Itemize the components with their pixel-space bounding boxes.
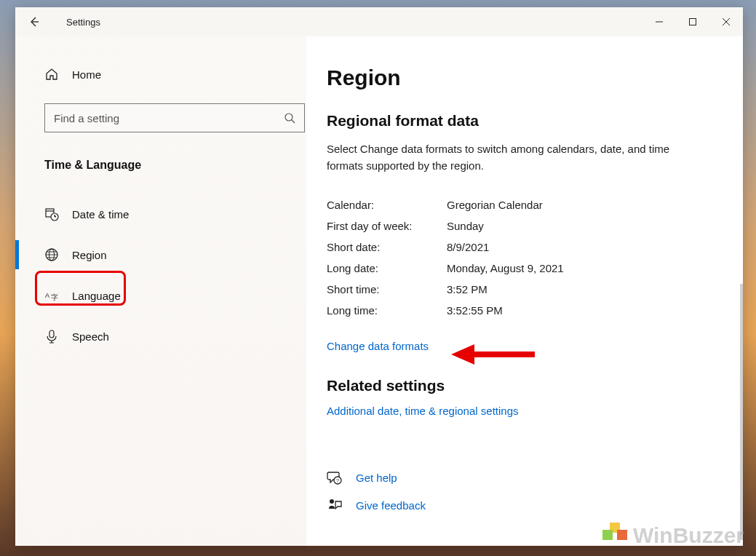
sidebar-item-label: Region — [72, 249, 107, 261]
home-button[interactable]: Home — [15, 58, 306, 90]
titlebar: Settings — [15, 7, 743, 36]
content-area: Region Regional format data Select Chang… — [306, 36, 743, 546]
help-chat-icon: ? — [327, 469, 343, 485]
section-title-related: Related settings — [327, 377, 743, 394]
window-controls — [642, 7, 743, 36]
feedback-icon — [327, 497, 343, 513]
row-label: Long date: — [327, 262, 447, 274]
additional-settings-link[interactable]: Additional date, time & regional setting… — [327, 405, 519, 417]
get-help-link[interactable]: ? Get help — [327, 469, 743, 485]
row-value: 3:52:55 PM — [447, 304, 503, 317]
row-short-date: Short date: 8/9/2021 — [327, 237, 743, 258]
sidebar-item-region[interactable]: Region — [15, 234, 306, 275]
sidebar-item-label: Speech — [72, 330, 109, 343]
section-title-format-data: Regional format data — [327, 112, 743, 130]
row-label: First day of week: — [327, 220, 447, 232]
svg-point-1 — [285, 114, 293, 121]
svg-point-11 — [330, 499, 334, 504]
maximize-button[interactable] — [676, 7, 709, 36]
change-data-formats-link[interactable]: Change data formats — [327, 340, 429, 352]
watermark: WinBuzzer — [602, 523, 744, 549]
back-button[interactable] — [20, 7, 49, 36]
row-long-date: Long date: Monday, August 9, 2021 — [327, 258, 743, 279]
sidebar: Home Time & Language Date & time Region … — [15, 36, 306, 546]
home-icon — [44, 67, 59, 82]
row-value: Monday, August 9, 2021 — [447, 262, 564, 274]
body-area: Home Time & Language Date & time Region … — [15, 36, 743, 546]
watermark-logo-icon — [602, 523, 629, 549]
sidebar-item-date-time[interactable]: Date & time — [15, 194, 306, 234]
row-value: 8/9/2021 — [447, 241, 489, 253]
page-title: Region — [327, 65, 743, 90]
svg-text:?: ? — [336, 478, 339, 483]
maximize-icon — [688, 17, 697, 26]
search-input[interactable] — [54, 112, 284, 124]
give-feedback-link[interactable]: Give feedback — [327, 497, 743, 513]
row-label: Short time: — [327, 283, 447, 295]
sidebar-item-label: Language — [72, 290, 121, 302]
search-box[interactable] — [44, 103, 305, 132]
search-icon — [284, 112, 295, 124]
row-long-time: Long time: 3:52:55 PM — [327, 300, 743, 321]
minimize-button[interactable] — [642, 7, 676, 36]
footer-link-label: Give feedback — [356, 499, 426, 512]
row-value: 3:52 PM — [447, 283, 488, 295]
svg-text:字: 字 — [51, 293, 58, 301]
svg-rect-8 — [49, 330, 54, 338]
sidebar-item-speech[interactable]: Speech — [15, 316, 306, 357]
calendar-clock-icon — [44, 207, 59, 221]
titlebar-title: Settings — [66, 17, 100, 28]
globe-icon — [44, 247, 59, 262]
format-data-table: Calendar: Gregorian Calendar First day o… — [327, 194, 743, 321]
close-button[interactable] — [709, 7, 743, 36]
microphone-icon — [44, 329, 59, 343]
minimize-icon — [655, 17, 664, 26]
section-description: Select Change data formats to switch amo… — [327, 141, 705, 174]
row-label: Calendar: — [327, 199, 447, 211]
row-calendar: Calendar: Gregorian Calendar — [327, 194, 743, 215]
back-arrow-icon — [28, 15, 41, 28]
sidebar-item-language[interactable]: A字 Language — [15, 275, 306, 316]
sidebar-item-label: Date & time — [72, 208, 129, 221]
scrollbar[interactable] — [740, 284, 743, 540]
row-value: Gregorian Calendar — [447, 199, 543, 211]
watermark-text: WinBuzzer — [633, 523, 744, 548]
language-icon: A字 — [44, 288, 59, 303]
close-icon — [722, 17, 731, 26]
category-header: Time & Language — [44, 159, 306, 172]
footer-link-label: Get help — [356, 472, 397, 484]
row-value: Sunday — [447, 220, 484, 232]
row-label: Short date: — [327, 241, 447, 253]
settings-window: Settings Home Time & Language — [15, 7, 743, 546]
row-short-time: Short time: 3:52 PM — [327, 279, 743, 300]
footer-links: ? Get help Give feedback — [327, 469, 743, 513]
svg-text:A: A — [45, 292, 49, 299]
svg-rect-0 — [690, 19, 696, 25]
row-label: Long time: — [327, 304, 447, 317]
row-first-day: First day of week: Sunday — [327, 215, 743, 237]
home-label: Home — [72, 68, 101, 81]
